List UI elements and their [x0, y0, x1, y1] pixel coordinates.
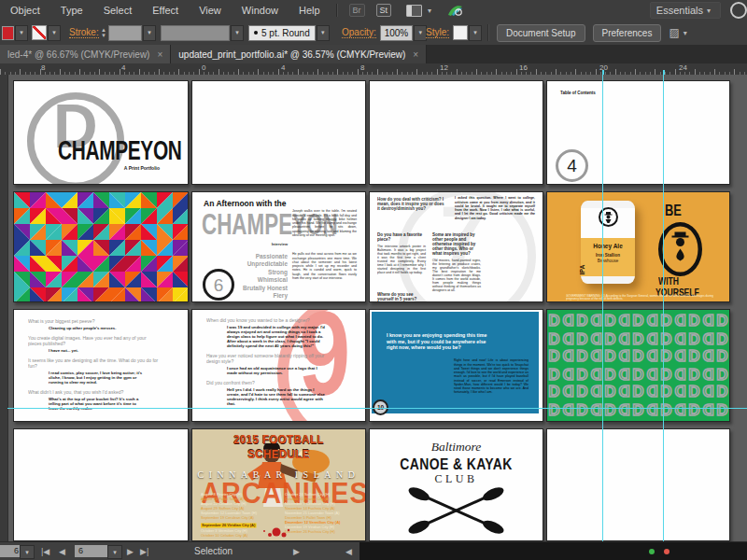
- monogram-tile: D: [645, 312, 659, 329]
- monogram-tile: D: [659, 312, 673, 329]
- monogram-tile: D: [645, 347, 659, 365]
- status-menu-arrow-icon[interactable]: ▶: [293, 546, 300, 557]
- tab-close-icon[interactable]: ×: [413, 49, 418, 60]
- tab-close-icon[interactable]: ×: [157, 49, 162, 60]
- monogram-tile: D: [575, 347, 589, 365]
- artboard-football-poster[interactable]: 2015 FOOTBALL SCHEDULE CINNABAR ISLAND A…: [191, 428, 366, 541]
- arrange-documents-arrow-icon[interactable]: ▾: [428, 7, 431, 15]
- document-setup-button[interactable]: Document Setup: [497, 24, 585, 42]
- opacity-panel-link[interactable]: Opacity:: [342, 27, 376, 38]
- menu-item-effect[interactable]: Effect: [142, 5, 189, 16]
- artboard-designer[interactable]: 9 When did you know you wanted to be a d…: [191, 309, 366, 422]
- search-icon[interactable]: [730, 2, 747, 19]
- last-artboard-button[interactable]: ▶|: [140, 546, 148, 557]
- monogram-tile: D: [561, 312, 575, 329]
- artboard-green-pattern[interactable]: DDDDDDDDDDDDDDDDDDDDDDDDDDDDDDDDDDDDDDDD…: [546, 309, 730, 422]
- stroke-panel-link[interactable]: Stroke:: [69, 27, 99, 38]
- interview-question: Have you ever noticed someone blatantly …: [206, 353, 328, 364]
- style-arrow[interactable]: ▾: [469, 25, 482, 41]
- document-tab-active[interactable]: updated_print_portfolio.ai* @ 36.57% (CM…: [171, 45, 427, 63]
- stroke-color-none-swatch[interactable]: [32, 25, 47, 40]
- slogan-with: WITH: [658, 275, 679, 287]
- zoom-level-field[interactable]: 6: [0, 545, 21, 557]
- status-indicator[interactable]: Selection: [194, 546, 233, 556]
- fill-dropdown-arrow[interactable]: ▾: [15, 25, 28, 41]
- arrange-documents-icon[interactable]: [406, 5, 422, 17]
- document-tab-inactive[interactable]: led-4* @ 66.67% (CMYK/Preview) ×: [0, 45, 171, 63]
- width-profile-field[interactable]: [161, 25, 230, 41]
- horizontal-guide[interactable]: [7, 408, 747, 409]
- fill-color-swatch[interactable]: [2, 26, 14, 40]
- menu-item-object[interactable]: Object: [0, 5, 50, 16]
- brush-definition-field[interactable]: 5 pt. Round: [248, 25, 316, 41]
- monogram-tile: D: [701, 365, 715, 383]
- schedule-column-left: August 8 Pewter City (H)August 15 Pallet…: [201, 492, 257, 538]
- artboard-canoe-logo[interactable]: Baltimore CANOE & KAYAK CLUB: [369, 428, 543, 541]
- stroke-weight-arrow[interactable]: ▾: [143, 25, 156, 41]
- menu-item-view[interactable]: View: [189, 5, 232, 16]
- artboard-blank-1[interactable]: [191, 80, 366, 185]
- artboard-interview[interactable]: 7 How do you deal with criticism? I mean…: [369, 191, 543, 302]
- ruler-label: 4: [121, 63, 125, 72]
- scroll-left-arrow[interactable]: ◀: [345, 546, 352, 557]
- menu-item-help[interactable]: Help: [289, 5, 331, 16]
- brush-arrow[interactable]: ▾: [317, 25, 330, 41]
- monogram-tile: D: [715, 347, 729, 365]
- menu-item-window[interactable]: Window: [232, 5, 289, 16]
- bridge-button[interactable]: Br: [349, 4, 365, 17]
- stroke-weight-stepper[interactable]: ▲▼: [101, 27, 106, 38]
- artboard-blank-3[interactable]: [13, 428, 189, 541]
- more-options-arrow-icon[interactable]: ▾: [684, 29, 687, 37]
- crossed-paddles-icon: [402, 486, 510, 535]
- stock-button[interactable]: St: [376, 4, 392, 17]
- horizontal-scrollbar-track[interactable]: [359, 542, 747, 560]
- artboard-beer-ad[interactable]: Honey Ale Iron Stallion Brewhouse IPA BE…: [546, 191, 730, 302]
- canvas[interactable]: D CHAMPEYON A Print Portfolio Table of C…: [0, 75, 747, 541]
- monogram-tile: D: [645, 329, 659, 347]
- tab-title: led-4* @ 66.67% (CMYK/Preview): [7, 49, 149, 60]
- stroke-color-arrow[interactable]: ▾: [48, 25, 61, 41]
- ruler-label: 16: [519, 63, 528, 72]
- monogram-tile: D: [589, 347, 603, 365]
- artboard-blank-4[interactable]: [546, 428, 730, 541]
- interview-answer: Cleaning up other people's messes.: [49, 326, 147, 330]
- monogram-tile: D: [673, 347, 687, 365]
- artboard-blank-2[interactable]: [369, 80, 543, 185]
- vertical-guide[interactable]: [602, 75, 603, 541]
- stroke-weight-field[interactable]: [108, 25, 142, 41]
- style-swatch[interactable]: [453, 25, 468, 40]
- monogram-tile: D: [715, 365, 729, 383]
- artboard-pet-peeve[interactable]: What is your biggest pet peeve?Cleaning …: [13, 309, 189, 422]
- monogram-tile: D: [659, 347, 673, 365]
- style-panel-link[interactable]: Style:: [426, 27, 449, 38]
- document-tab-bar: led-4* @ 66.67% (CMYK/Preview) × updated…: [0, 45, 747, 63]
- width-profile-arrow[interactable]: ▾: [231, 25, 244, 41]
- monogram-tile: D: [687, 383, 701, 400]
- previous-artboard-button[interactable]: ◀: [59, 546, 65, 557]
- artboard-elsewhere[interactable]: I know you are enjoying spending this ti…: [369, 309, 543, 422]
- workspace-switcher[interactable]: Essentials ▾: [650, 2, 721, 19]
- artboard-triangle-pattern[interactable]: [13, 191, 189, 302]
- artboard-dropdown-arrow[interactable]: ▾: [107, 545, 122, 559]
- next-artboard-button[interactable]: ▶: [127, 546, 134, 557]
- vertical-guide[interactable]: [663, 75, 664, 541]
- schedule-line: September 19 Cerulean City (A): [201, 515, 257, 520]
- monogram-tile: D: [715, 383, 729, 400]
- artboard-afternoon[interactable]: An Afternoon with the CHAMPEYON Intervie…: [191, 191, 366, 302]
- slogan-emblem: [658, 222, 702, 276]
- artboard-cover[interactable]: D CHAMPEYON A Print Portfolio: [13, 80, 189, 185]
- align-pixel-grid-icon[interactable]: ▨: [669, 26, 679, 39]
- artboard-toc[interactable]: Table of Contents 4: [546, 80, 730, 185]
- menu-item-select[interactable]: Select: [93, 5, 143, 16]
- menu-item-type[interactable]: Type: [50, 5, 93, 16]
- interview-answer: I was 19 and undecided in college with m…: [227, 325, 325, 348]
- zoom-dropdown-arrow[interactable]: ▾: [20, 545, 35, 559]
- first-artboard-button[interactable]: |◀: [41, 546, 49, 557]
- opacity-field[interactable]: 100%: [380, 25, 414, 41]
- share-icon[interactable]: [446, 4, 463, 17]
- preferences-button[interactable]: Preferences: [593, 24, 662, 42]
- interview-answer: I once had an old acquaintance use a log…: [227, 366, 325, 375]
- monogram-tile: D: [561, 347, 575, 365]
- triangle-pattern-svg: [14, 192, 188, 301]
- artboard-number-field[interactable]: 6: [75, 545, 110, 557]
